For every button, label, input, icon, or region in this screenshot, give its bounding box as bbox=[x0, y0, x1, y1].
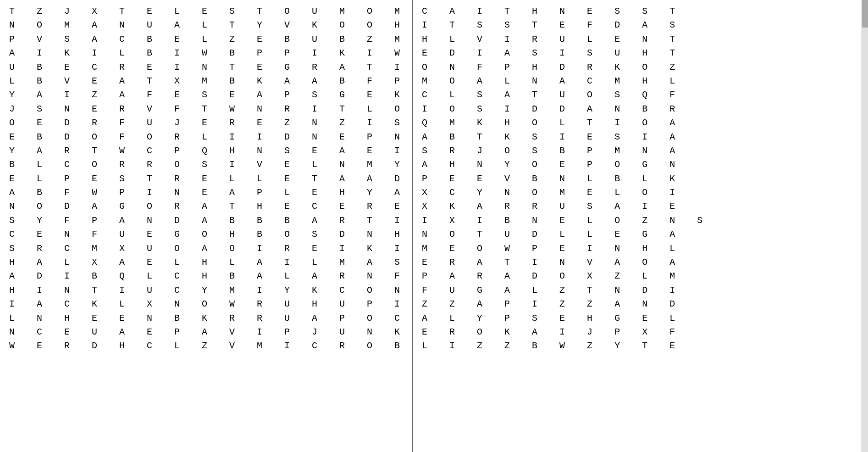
grid-row: W E R D H C L Z V M I C R O B L I Z Z B … bbox=[9, 339, 403, 353]
grid-row: N O M A N U A L T Y V K O O H I T S S T … bbox=[9, 18, 403, 32]
grid-row: N C E U A E P A V I P J U N K E R O K A … bbox=[9, 325, 403, 339]
grid-row: U B E C R E I N T E G R A T I O N F P H … bbox=[9, 61, 403, 74]
word-list-panel bbox=[413, 0, 868, 452]
grid-row: S Y F P A N D A B B B A R T I I X I B N … bbox=[9, 214, 403, 228]
grid-content: T Z J X T E L E S T O U M O M C A I T H … bbox=[9, 5, 403, 353]
scrollbar-track[interactable] bbox=[862, 0, 868, 452]
grid-row: I A C K L X N O W R U H U P I Z Z A P I … bbox=[9, 297, 403, 311]
grid-row: Y A I Z A F E S E A P S G E K C L S A T … bbox=[9, 88, 403, 102]
grid-row: A D I B Q L C H B A L A R N F P A R A D … bbox=[9, 269, 403, 283]
grid-row: T Z J X T E L E S T O U M O M C A I T H … bbox=[9, 5, 403, 18]
grid-row: A B F W P I N E A P L E H Y A X C Y N O … bbox=[9, 186, 403, 200]
grid-row: A I K I L B I W B P P I K I W E D I A S … bbox=[9, 46, 403, 60]
grid-row: O E D R F U J E R E Z N Z I S Q M K H O … bbox=[9, 116, 403, 130]
grid-row: P V S A C B E L Z E B U B Z M H L V I R … bbox=[9, 33, 403, 46]
grid-row: B L C O R R O S I V E L N M Y A H N Y O … bbox=[9, 158, 403, 172]
grid-row: S R C M X U O A O I R E I K I M E O W P … bbox=[9, 242, 403, 256]
grid-row: E B D O F O R L I I D N E P N A B T K S … bbox=[9, 130, 403, 144]
scrollbar-thumb[interactable] bbox=[862, 0, 868, 28]
grid-row: J S N E R V F T W N R I T L O I O S I D … bbox=[9, 102, 403, 116]
grid-row: C E N F U E G O H B O S D N H N O T U D … bbox=[9, 228, 403, 241]
grid-row: L B V E A T X M B K A A B F P M O A L N … bbox=[9, 74, 403, 88]
word-search-grid: T Z J X T E L E S T O U M O M C A I T H … bbox=[0, 0, 413, 452]
grid-row: L N H E E N B K R R U A P O C A L Y P S … bbox=[9, 312, 403, 325]
grid-row: H A L X A E L H L A I L M A S E R A T I … bbox=[9, 256, 403, 269]
grid-row: Y A R T W C P Q H N S E A E I S R J O S … bbox=[9, 144, 403, 158]
grid-row: N O D A G O R A T H E C E R E X K A R R … bbox=[9, 200, 403, 213]
grid-row: E L P E S T R E L L E T A A D P E E V B … bbox=[9, 172, 403, 186]
grid-row: H I N T I U C Y M I Y K C O N F U G A L … bbox=[9, 284, 403, 297]
